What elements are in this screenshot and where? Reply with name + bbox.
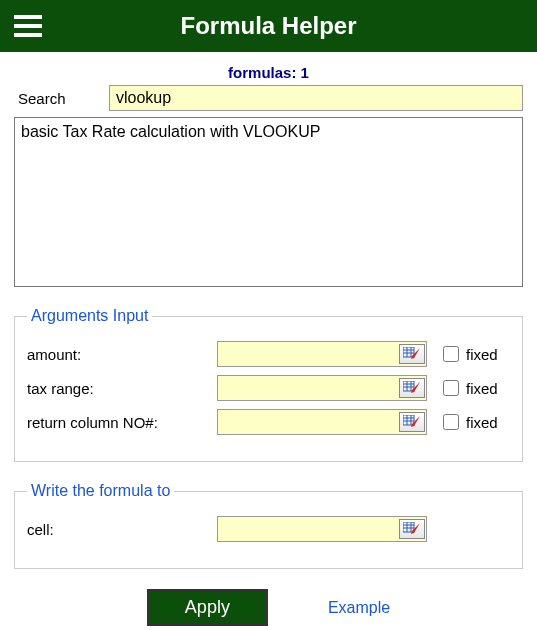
fixed-checkbox[interactable] — [443, 380, 459, 396]
arg-row-tax-range: tax range: fixed — [27, 375, 510, 401]
range-picker-icon[interactable] — [399, 344, 425, 364]
arg-label: tax range: — [27, 380, 217, 397]
range-picker-icon[interactable] — [399, 412, 425, 432]
search-label: Search — [14, 90, 109, 107]
fixed-checkbox-wrap[interactable]: fixed — [439, 377, 498, 399]
fixed-checkbox-wrap[interactable]: fixed — [439, 343, 498, 365]
arg-label: amount: — [27, 346, 217, 363]
svg-rect-0 — [403, 347, 414, 357]
search-row: Search — [14, 85, 523, 111]
menu-icon[interactable] — [10, 8, 46, 44]
search-input[interactable] — [109, 85, 523, 111]
example-link[interactable]: Example — [328, 599, 390, 617]
bottom-row: Apply Example — [14, 589, 523, 626]
fixed-checkbox-wrap[interactable]: fixed — [439, 411, 498, 433]
write-fieldset: Write the formula to cell: — [14, 482, 523, 569]
fixed-label: fixed — [466, 414, 498, 431]
arg-label: return column NO#: — [27, 414, 217, 431]
write-legend: Write the formula to — [27, 482, 174, 500]
list-item[interactable]: basic Tax Rate calculation with VLOOKUP — [21, 122, 516, 142]
results-list[interactable]: basic Tax Rate calculation with VLOOKUP — [14, 117, 523, 287]
content-area: formulas: 1 Search basic Tax Rate calcul… — [0, 52, 537, 630]
header-bar: Formula Helper — [0, 0, 537, 52]
svg-rect-18 — [403, 522, 414, 532]
write-row: cell: — [27, 516, 510, 542]
range-picker-icon[interactable] — [399, 378, 425, 398]
apply-button[interactable]: Apply — [147, 589, 268, 626]
arg-row-amount: amount: fixed — [27, 341, 510, 367]
arguments-legend: Arguments Input — [27, 307, 152, 325]
amount-input[interactable] — [217, 341, 427, 367]
app-title: Formula Helper — [180, 12, 356, 40]
write-cell-input[interactable] — [217, 516, 427, 542]
fixed-label: fixed — [466, 380, 498, 397]
formulas-count-label: formulas: 1 — [14, 64, 523, 81]
fixed-checkbox[interactable] — [443, 414, 459, 430]
svg-rect-6 — [403, 381, 414, 391]
fixed-checkbox[interactable] — [443, 346, 459, 362]
range-picker-icon[interactable] — [399, 519, 425, 539]
arguments-fieldset: Arguments Input amount: — [14, 307, 523, 462]
svg-rect-12 — [403, 415, 414, 425]
tax-range-input[interactable] — [217, 375, 427, 401]
write-label: cell: — [27, 521, 217, 538]
return-col-input[interactable] — [217, 409, 427, 435]
fixed-label: fixed — [466, 346, 498, 363]
arg-row-return-col: return column NO#: fixed — [27, 409, 510, 435]
